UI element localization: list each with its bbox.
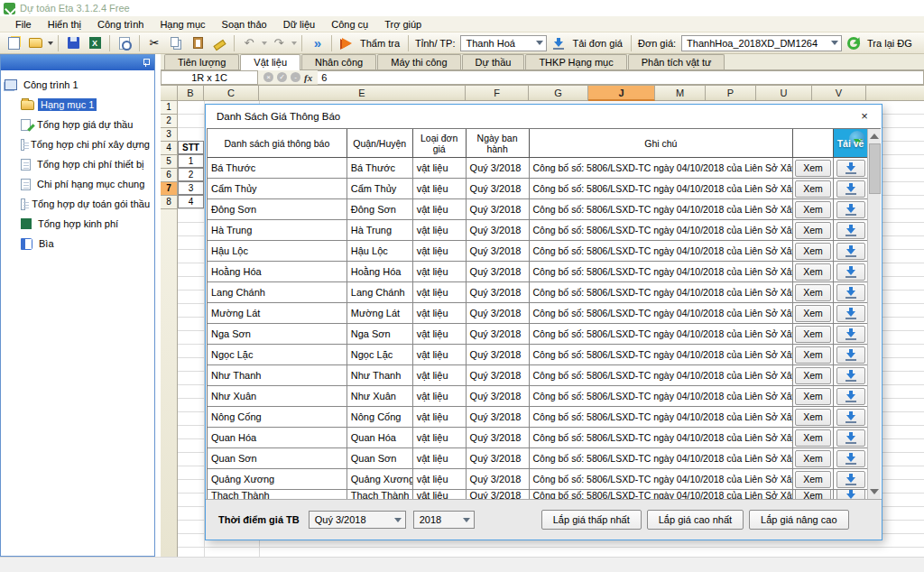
sheet-tab[interactable]: Tiên lượng	[164, 54, 239, 69]
download-button[interactable]	[836, 409, 865, 426]
sheet-tab[interactable]: Vật liệu	[240, 54, 300, 70]
print-preview-button[interactable]	[115, 34, 134, 52]
column-header-J[interactable]: J	[588, 85, 655, 101]
open-button[interactable]	[25, 34, 45, 52]
tree-item[interactable]: Công trình 1	[5, 75, 152, 95]
row-header[interactable]: 1	[161, 101, 177, 115]
row-header[interactable]: 3	[161, 128, 177, 142]
download-button[interactable]	[836, 160, 865, 177]
menu-item[interactable]: Soạn thảo	[214, 17, 275, 32]
cancel-icon[interactable]: ×	[263, 72, 273, 82]
tree-item[interactable]: Tổng hợp giá dự thầu	[5, 115, 152, 134]
view-button[interactable]: Xem	[795, 450, 831, 467]
column-header-U[interactable]: U	[756, 85, 812, 101]
menu-item[interactable]: Hiển thị	[40, 17, 89, 32]
scroll-up-icon[interactable]	[870, 134, 879, 139]
table-row[interactable]: Thạch Thành Thạch Thành vật liệu Quý 3/2…	[208, 490, 867, 499]
save-button[interactable]	[63, 34, 83, 52]
relookup-button[interactable]	[844, 34, 864, 52]
menu-item[interactable]: Trợ giúp	[376, 17, 430, 32]
tree-item[interactable]: Tổng hợp kinh phí	[5, 214, 152, 234]
download-button[interactable]	[836, 471, 865, 488]
download-button[interactable]	[836, 388, 865, 405]
new-button[interactable]	[4, 34, 23, 52]
scroll-down-icon[interactable]	[870, 489, 879, 494]
sheet-cell-B7[interactable]: 3	[178, 181, 204, 195]
column-header-B[interactable]: B	[178, 85, 204, 101]
relookup-label[interactable]: Tra lại ĐG	[867, 38, 912, 49]
table-row[interactable]: Bá Thước Bá Thước vật liệu Quý 3/2018 Cô…	[208, 158, 867, 179]
column-header-M[interactable]: M	[655, 85, 706, 101]
redo-button[interactable]: ↷	[269, 34, 289, 52]
table-row[interactable]: Cẩm Thủy Cẩm Thủy vật liệu Quý 3/2018 Cô…	[208, 179, 867, 199]
confirm-icon[interactable]: ✓	[277, 72, 287, 82]
apply-price-button[interactable]: Lắp giá cao nhất	[647, 510, 744, 530]
view-button[interactable]: Xem	[795, 243, 831, 260]
download-button[interactable]	[836, 201, 865, 218]
download-button[interactable]	[836, 367, 865, 384]
table-row[interactable]: Mường Lát Mường Lát vật liệu Quý 3/2018 …	[208, 303, 867, 324]
column-header-P[interactable]: P	[706, 85, 756, 101]
table-row[interactable]: Quan Hóa Quan Hóa vật liệu Quý 3/2018 Cô…	[208, 428, 867, 448]
view-button[interactable]: Xem	[795, 222, 831, 239]
table-row[interactable]: Ngọc Lặc Ngọc Lặc vật liệu Quý 3/2018 Cô…	[208, 345, 867, 365]
view-button[interactable]: Xem	[795, 471, 831, 488]
download-button[interactable]	[836, 429, 865, 447]
load-price-button[interactable]	[549, 34, 568, 52]
row-header[interactable]: 8	[161, 196, 177, 209]
cell-name-box[interactable]: 1R x 1C	[161, 70, 258, 85]
load-price-label[interactable]: Tải đơn giá	[572, 38, 623, 49]
download-button[interactable]	[836, 326, 865, 343]
tree-item[interactable]: Hạng mục 1	[5, 95, 152, 115]
close-icon[interactable]: ×	[855, 107, 874, 125]
table-row[interactable]: Nông Cống Nông Cống vật liệu Quý 3/2018 …	[208, 407, 867, 428]
sheet-cell-B6[interactable]: 2	[178, 168, 204, 181]
sheet-tab[interactable]: Máy thi công	[377, 54, 460, 69]
verify-label[interactable]: Thẩm tra	[360, 38, 400, 49]
menu-item[interactable]: Công cụ	[323, 17, 376, 32]
tree-item[interactable]: Tổng hợp chi phí thiết bị	[5, 154, 152, 174]
apply-price-button[interactable]: Lắp giá thấp nhất	[541, 510, 642, 530]
view-button[interactable]: Xem	[795, 429, 831, 447]
table-row[interactable]: Lang Chánh Lang Chánh vật liệu Quý 3/201…	[208, 282, 867, 303]
download-button[interactable]	[836, 305, 865, 322]
download-button[interactable]	[836, 490, 865, 499]
cut-button[interactable]: ✂	[144, 34, 164, 52]
table-row[interactable]: Hậu Lộc Hậu Lộc vật liệu Quý 3/2018 Công…	[208, 241, 867, 262]
expand-icon[interactable]: ‐	[291, 72, 300, 82]
table-row[interactable]: Quảng Xương Quảng Xương vật liệu Quý 3/2…	[208, 469, 867, 490]
view-button[interactable]: Xem	[795, 284, 831, 301]
row-header[interactable]: 4	[161, 142, 177, 155]
view-button[interactable]: Xem	[795, 490, 831, 499]
verify-button[interactable]	[337, 34, 356, 52]
view-button[interactable]: Xem	[795, 409, 831, 426]
column-header-V[interactable]: V	[812, 85, 866, 101]
menu-item[interactable]: Công trình	[89, 17, 152, 32]
view-button[interactable]: Xem	[795, 388, 831, 405]
sheet-tab[interactable]: Phân tích vật tư	[628, 54, 725, 69]
undo-button[interactable]: ↶	[239, 34, 259, 52]
table-row[interactable]: Đông Sơn Đông Sơn vật liệu Quý 3/2018 Cô…	[208, 199, 867, 220]
download-button[interactable]	[836, 180, 865, 198]
column-header-G[interactable]: G	[529, 85, 588, 101]
tree-item[interactable]: Tổng hợp dự toán gói thầu	[5, 194, 152, 214]
scrollbar-thumb[interactable]	[869, 143, 881, 194]
table-row[interactable]: Nga Sơn Nga Sơn vật liệu Quý 3/2018 Công…	[208, 324, 867, 345]
table-row[interactable]: Như Xuân Như Xuân vật liệu Quý 3/2018 Cô…	[208, 386, 867, 407]
sheet-cell-B5[interactable]: 1	[178, 154, 204, 168]
tree-item[interactable]: Bìa	[5, 234, 152, 254]
view-button[interactable]: Xem	[795, 326, 831, 343]
column-header-F[interactable]: F	[466, 85, 529, 101]
year-select[interactable]: 2018	[413, 511, 475, 529]
province-select[interactable]: Thanh Hoá	[460, 35, 547, 51]
run-button[interactable]: »	[307, 34, 327, 52]
download-button[interactable]	[836, 346, 865, 364]
unit-price-select[interactable]: ThanhHoa_2018XD_DM1264	[681, 35, 842, 51]
column-header-E[interactable]: E	[259, 85, 466, 101]
sheet-tab[interactable]: Dự thầu	[462, 54, 525, 69]
dialog-scrollbar[interactable]	[867, 129, 881, 499]
sheet-cell-B8[interactable]: 4	[178, 195, 204, 208]
view-button[interactable]: Xem	[795, 180, 831, 198]
view-button[interactable]: Xem	[795, 201, 831, 218]
quarter-select[interactable]: Quý 3/2018	[309, 511, 406, 529]
